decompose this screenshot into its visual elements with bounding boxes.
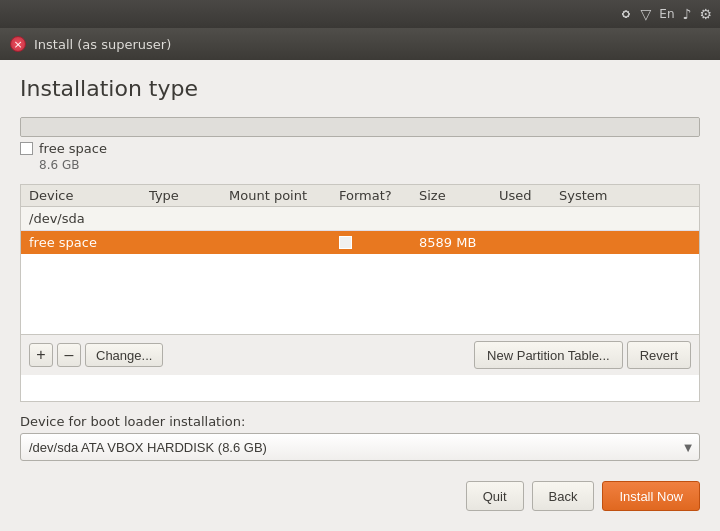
- bootloader-select-wrapper: /dev/sda ATA VBOX HARDDISK (8.6 GB): [20, 433, 700, 461]
- disk-bar-container: free space 8.6 GB: [20, 117, 700, 172]
- settings-icon[interactable]: ⚙: [699, 6, 712, 22]
- row-format: [339, 235, 419, 250]
- row-mount: [229, 235, 339, 250]
- freespace-label: free space: [20, 141, 700, 156]
- table-row[interactable]: free space 8589 MB: [21, 231, 699, 254]
- row-used: [499, 235, 559, 250]
- col-used: Used: [499, 188, 559, 203]
- col-device: Device: [29, 188, 149, 203]
- revert-button[interactable]: Revert: [627, 341, 691, 369]
- disk-bar-fill: [21, 118, 699, 136]
- col-size: Size: [419, 188, 499, 203]
- main-window: Install (as superuser) Installation type…: [0, 28, 720, 531]
- nav-buttons: Quit Back Install Now: [20, 473, 700, 515]
- titlebar: Install (as superuser): [0, 28, 720, 60]
- col-system: System: [559, 188, 691, 203]
- partition-body: [21, 254, 699, 334]
- new-partition-table-button[interactable]: New Partition Table...: [474, 341, 623, 369]
- device-row-label: /dev/sda: [29, 211, 85, 226]
- change-button[interactable]: Change...: [85, 343, 163, 367]
- freespace-size: 8.6 GB: [39, 158, 700, 172]
- col-mount: Mount point: [229, 188, 339, 203]
- row-size: 8589 MB: [419, 235, 499, 250]
- page-title: Installation type: [20, 76, 700, 101]
- row-type: [149, 235, 229, 250]
- device-row: /dev/sda: [21, 207, 699, 231]
- quit-button[interactable]: Quit: [466, 481, 524, 511]
- close-button[interactable]: [10, 36, 26, 52]
- install-now-button[interactable]: Install Now: [602, 481, 700, 511]
- disk-bar: [20, 117, 700, 137]
- freespace-checkbox[interactable]: [20, 142, 33, 155]
- content-area: Installation type free space 8.6 GB Devi…: [0, 60, 720, 531]
- remove-partition-button[interactable]: –: [57, 343, 81, 367]
- bootloader-label: Device for boot loader installation:: [20, 414, 700, 429]
- bluetooth-icon[interactable]: ⭘: [619, 6, 633, 22]
- partition-toolbar: + – Change... New Partition Table... Rev…: [21, 334, 699, 375]
- back-button[interactable]: Back: [532, 481, 595, 511]
- col-type: Type: [149, 188, 229, 203]
- bootloader-select[interactable]: /dev/sda ATA VBOX HARDDISK (8.6 GB): [20, 433, 700, 461]
- row-device: free space: [29, 235, 149, 250]
- add-partition-button[interactable]: +: [29, 343, 53, 367]
- volume-icon[interactable]: ♪: [683, 6, 692, 22]
- col-format: Format?: [339, 188, 419, 203]
- bootloader-section: Device for boot loader installation: /de…: [20, 414, 700, 461]
- freespace-text: free space: [39, 141, 107, 156]
- window-title: Install (as superuser): [34, 37, 171, 52]
- taskbar: ⭘ ▽ En ♪ ⚙: [0, 0, 720, 28]
- taskbar-icons: ⭘ ▽ En ♪ ⚙: [619, 6, 712, 22]
- partition-table: Device Type Mount point Format? Size Use…: [20, 184, 700, 402]
- table-header: Device Type Mount point Format? Size Use…: [21, 185, 699, 207]
- language-icon[interactable]: En: [659, 7, 674, 21]
- format-checkbox[interactable]: [339, 236, 352, 249]
- row-system: [559, 235, 691, 250]
- network-icon[interactable]: ▽: [641, 6, 652, 22]
